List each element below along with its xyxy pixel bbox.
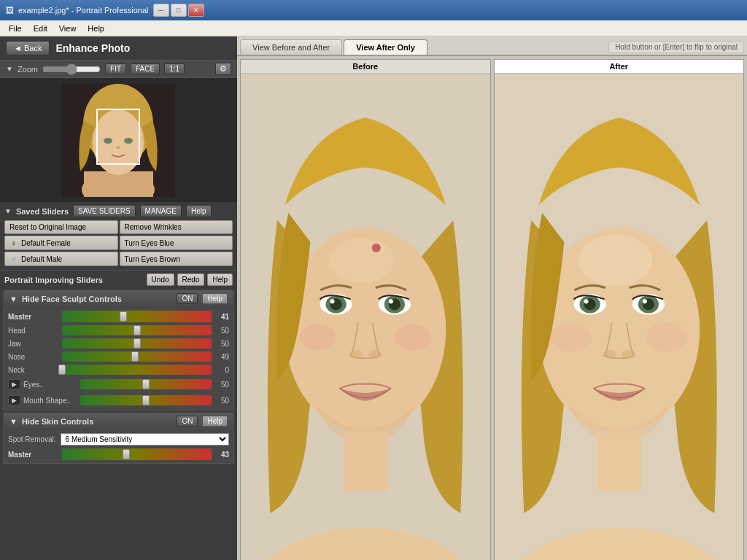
before-panel: Before <box>240 59 491 560</box>
face-sculpt-sliders: Master 41 Head 50 <box>3 308 234 411</box>
title-text: example2.jpg* - Portrait Professional <box>18 6 149 15</box>
menu-view[interactable]: View <box>53 23 82 34</box>
remove-wrinkles-button[interactable]: Remove Wrinkles <box>120 220 233 234</box>
skin-controls-triangle: ▼ <box>9 417 18 426</box>
master-slider-track[interactable] <box>62 311 212 322</box>
master-value: 41 <box>214 313 229 321</box>
restore-button[interactable]: □ <box>171 4 187 17</box>
face-sculpt-section: ▼ Hide Face Sculpt Controls ON Help Mast… <box>3 289 234 411</box>
settings-button[interactable]: ⚙ <box>215 63 231 75</box>
default-male-button[interactable]: ♂ Default Male <box>4 252 118 266</box>
left-panel: ◄ Back Enhance Photo ▼ Zoom FIT FACE 1:1… <box>0 36 237 560</box>
svg-point-21 <box>368 350 382 359</box>
tab-after-only[interactable]: View After Only <box>344 39 427 55</box>
menu-file[interactable]: File <box>3 23 28 34</box>
ratio-button[interactable]: 1:1 <box>164 63 185 74</box>
neck-value: 0 <box>214 366 229 374</box>
spot-removal-select[interactable]: 6 Medium Sensitivity <box>61 433 229 446</box>
menu-edit[interactable]: Edit <box>28 23 53 34</box>
after-panel: After <box>494 59 745 560</box>
mouth-slider-row: ▶ Mouth Shape.. 50 <box>8 392 229 408</box>
mouth-label: Mouth Shape.. <box>23 397 74 405</box>
svg-point-38 <box>603 350 616 359</box>
skin-controls-help-button[interactable]: Help <box>202 416 228 427</box>
neck-slider-thumb[interactable] <box>58 365 66 375</box>
head-slider-track[interactable] <box>62 325 212 335</box>
before-label[interactable]: Before <box>241 60 490 74</box>
zoom-slider[interactable] <box>42 63 101 75</box>
default-male-label: Default Male <box>21 255 62 263</box>
reset-original-button[interactable]: Reset to Original Image <box>4 220 118 234</box>
close-button[interactable]: ✕ <box>188 4 204 17</box>
face-sculpt-on-button[interactable]: ON <box>177 293 198 304</box>
image-area: Before <box>237 56 747 560</box>
thumbnail-area <box>0 78 237 202</box>
svg-point-29 <box>578 235 651 286</box>
thumbnail-image <box>62 84 175 197</box>
back-button[interactable]: ◄ Back <box>6 41 50 55</box>
turn-eyes-blue-button[interactable]: Turn Eyes Blue <box>120 236 233 250</box>
nose-slider-thumb[interactable] <box>131 351 139 362</box>
preset-grid: Reset to Original Image Remove Wrinkles … <box>4 220 233 266</box>
skin-controls-on-button[interactable]: ON <box>177 416 198 427</box>
master-slider-thumb[interactable] <box>120 311 127 322</box>
skin-master-slider-track[interactable] <box>62 448 212 460</box>
turn-eyes-brown-button[interactable]: Turn Eyes Brown <box>120 252 233 266</box>
face-sculpt-help-button[interactable]: Help <box>202 293 228 304</box>
face-sculpt-triangle: ▼ <box>9 295 18 303</box>
svg-point-11 <box>329 238 395 282</box>
eyes-label: Eyes.. <box>23 381 74 389</box>
redo-button[interactable]: Redo <box>177 273 205 286</box>
eyes-slider-track[interactable] <box>80 379 212 389</box>
window-controls: ─ □ ✕ <box>153 4 204 17</box>
mouth-expand: ▶ Mouth Shape.. <box>8 394 74 407</box>
mouth-slider-track[interactable] <box>80 395 212 405</box>
zoom-label: Zoom <box>18 65 38 74</box>
face-sculpt-header[interactable]: ▼ Hide Face Sculpt Controls ON Help <box>3 289 234 308</box>
skin-controls-title: Hide Skin Controls <box>22 417 173 426</box>
after-label[interactable]: After <box>495 60 744 74</box>
back-bar: ◄ Back Enhance Photo <box>0 36 237 60</box>
head-slider-thumb[interactable] <box>133 325 141 335</box>
bottom-spacer <box>0 465 237 494</box>
thumbnail-container[interactable] <box>62 84 175 197</box>
minimize-button[interactable]: ─ <box>153 4 169 17</box>
mouth-value: 50 <box>214 397 229 405</box>
manage-button[interactable]: MANAGE <box>140 205 182 217</box>
eyes-slider-thumb[interactable] <box>142 379 150 389</box>
face-button[interactable]: FACE <box>131 63 160 74</box>
save-sliders-button[interactable]: SAVE SLIDERS <box>73 205 136 217</box>
default-female-button[interactable]: ♀ Default Female <box>4 236 118 250</box>
after-image-content <box>495 74 744 560</box>
menu-help[interactable]: Help <box>82 23 110 34</box>
neck-slider-track[interactable] <box>62 365 212 375</box>
jaw-slider-track[interactable] <box>62 338 212 349</box>
mouth-slider-thumb[interactable] <box>142 395 150 405</box>
svg-point-39 <box>622 350 635 359</box>
nose-slider-track[interactable] <box>62 351 212 362</box>
svg-point-6 <box>124 138 133 144</box>
portrait-help-button[interactable]: Help <box>207 273 233 286</box>
fit-button[interactable]: FIT <box>105 63 126 74</box>
mouth-expand-button[interactable]: ▶ <box>8 395 20 405</box>
saved-sliders-help-button[interactable]: Help <box>186 205 212 217</box>
spot-removal-row: Spot Removal: 6 Medium Sensitivity <box>8 432 229 447</box>
skin-master-value: 43 <box>214 451 229 459</box>
jaw-slider-thumb[interactable] <box>133 338 141 349</box>
undo-button[interactable]: Undo <box>147 273 174 286</box>
skin-master-slider-thumb[interactable] <box>123 449 130 459</box>
titlebar: 🖼 example2.jpg* - Portrait Professional … <box>0 0 747 20</box>
tab-bar: View Before and After View After Only Ho… <box>237 36 747 56</box>
spot-removal-label: Spot Removal: <box>8 435 56 443</box>
nose-value: 49 <box>214 353 229 361</box>
neck-label: Neck <box>8 366 59 374</box>
skin-master-slider-row: Master 43 <box>8 447 229 462</box>
svg-point-22 <box>372 244 381 252</box>
skin-master-label: Master <box>8 451 59 459</box>
svg-point-20 <box>349 350 363 359</box>
before-face-svg <box>241 74 490 560</box>
skin-controls-header[interactable]: ▼ Hide Skin Controls ON Help <box>3 412 234 430</box>
tab-before-after[interactable]: View Before and After <box>240 39 342 55</box>
hint-text: Hold button or [Enter] to flip to origin… <box>608 41 744 53</box>
eyes-expand-button[interactable]: ▶ <box>8 379 20 389</box>
